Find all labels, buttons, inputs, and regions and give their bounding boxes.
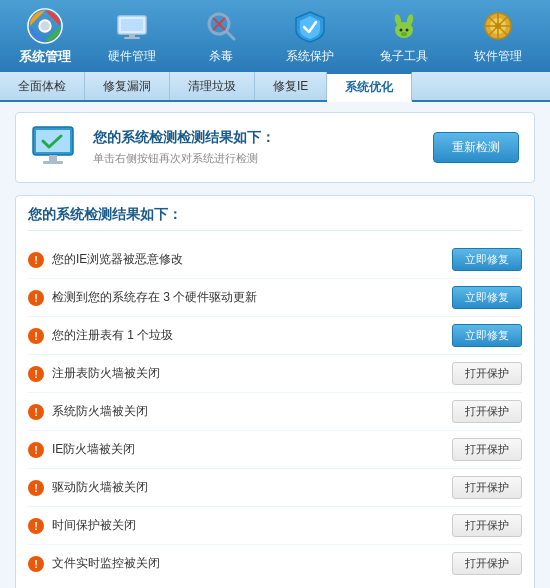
result-row-4: ! 系统防火墙被关闭 打开保护 — [28, 393, 522, 431]
nav-rabbit[interactable]: 兔子工具 — [370, 2, 438, 70]
result-left-5: ! IE防火墙被关闭 — [28, 441, 135, 458]
summary-box: 您的系统检测检测结果如下： 单击右侧按钮再次对系统进行检测 重新检测 — [15, 112, 535, 183]
tab-bar: 全面体检 修复漏洞 清理垃圾 修复IE 系统优化 — [0, 72, 550, 102]
svg-point-15 — [406, 29, 409, 32]
result-left-3: ! 注册表防火墙被关闭 — [28, 365, 160, 382]
tab-full-check[interactable]: 全面体检 — [0, 72, 85, 100]
warning-icon-5: ! — [28, 442, 44, 458]
action-btn-2[interactable]: 立即修复 — [452, 324, 522, 347]
result-row-5: ! IE防火墙被关闭 打开保护 — [28, 431, 522, 469]
result-row: ! 您的IE浏览器被恶意修改 立即修复 — [28, 241, 522, 279]
result-left-2: ! 您的注册表有 1 个垃圾 — [28, 327, 173, 344]
warning-icon-8: ! — [28, 556, 44, 572]
monitor-icon — [31, 125, 81, 170]
result-text-7: 时间保护被关闭 — [52, 517, 136, 534]
svg-rect-5 — [129, 34, 135, 37]
svg-rect-23 — [43, 161, 63, 164]
tab-repair[interactable]: 修复漏洞 — [85, 72, 170, 100]
warning-icon-7: ! — [28, 518, 44, 534]
nav-hardware-label: 硬件管理 — [108, 48, 156, 65]
result-row-6: ! 驱动防火墙被关闭 打开保护 — [28, 469, 522, 507]
result-left-8: ! 文件实时监控被关闭 — [28, 555, 160, 572]
nav-rabbit-label: 兔子工具 — [380, 48, 428, 65]
rabbit-icon — [385, 7, 423, 45]
software-icon — [479, 7, 517, 45]
action-btn-4[interactable]: 打开保护 — [452, 400, 522, 423]
svg-rect-21 — [36, 130, 70, 152]
warning-icon-0: ! — [28, 252, 44, 268]
warning-icon-4: ! — [28, 404, 44, 420]
action-btn-8[interactable]: 打开保护 — [452, 552, 522, 575]
result-text-4: 系统防火墙被关闭 — [52, 403, 148, 420]
logo-label: 系统管理 — [19, 48, 71, 66]
result-row-2: ! 您的注册表有 1 个垃圾 立即修复 — [28, 317, 522, 355]
nav-hardware[interactable]: 硬件管理 — [98, 2, 166, 70]
result-left-4: ! 系统防火墙被关闭 — [28, 403, 148, 420]
nav-software[interactable]: 软件管理 — [464, 2, 532, 70]
result-text-8: 文件实时监控被关闭 — [52, 555, 160, 572]
action-btn-3[interactable]: 打开保护 — [452, 362, 522, 385]
svg-line-8 — [226, 31, 234, 39]
result-row-1: ! 检测到您的系统存在 3 个硬件驱动更新 立即修复 — [28, 279, 522, 317]
svg-point-16 — [401, 32, 407, 36]
svg-rect-6 — [124, 37, 140, 39]
tab-clean[interactable]: 清理垃圾 — [170, 72, 255, 100]
result-text-2: 您的注册表有 1 个垃圾 — [52, 327, 173, 344]
warning-icon-6: ! — [28, 480, 44, 496]
svg-point-19 — [495, 23, 501, 29]
results-section: 您的系统检测结果如下： ! 您的IE浏览器被恶意修改 立即修复 ! 检测到您的系… — [15, 195, 535, 588]
summary-left: 您的系统检测检测结果如下： 单击右侧按钮再次对系统进行检测 — [31, 125, 275, 170]
action-btn-5[interactable]: 打开保护 — [452, 438, 522, 461]
warning-icon-2: ! — [28, 328, 44, 344]
result-text-6: 驱动防火墙被关闭 — [52, 479, 148, 496]
result-row-7: ! 时间保护被关闭 打开保护 — [28, 507, 522, 545]
svg-point-2 — [40, 21, 50, 31]
result-left-0: ! 您的IE浏览器被恶意修改 — [28, 251, 183, 268]
top-navigation: 系统管理 硬件管理 — [0, 0, 550, 72]
svg-rect-22 — [49, 155, 57, 161]
result-row-8: ! 文件实时监控被关闭 打开保护 — [28, 545, 522, 582]
kill-icon — [202, 7, 240, 45]
svg-rect-4 — [121, 19, 143, 31]
rescan-button[interactable]: 重新检测 — [433, 132, 519, 163]
result-left-6: ! 驱动防火墙被关闭 — [28, 479, 148, 496]
app-logo[interactable]: 系统管理 — [5, 7, 85, 66]
results-title: 您的系统检测结果如下： — [28, 206, 522, 231]
protect-icon — [291, 7, 329, 45]
nav-software-label: 软件管理 — [474, 48, 522, 65]
action-btn-1[interactable]: 立即修复 — [452, 286, 522, 309]
hardware-icon — [113, 7, 151, 45]
result-left-1: ! 检测到您的系统存在 3 个硬件驱动更新 — [28, 289, 257, 306]
summary-subtitle: 单击右侧按钮再次对系统进行检测 — [93, 151, 275, 166]
logo-icon — [26, 7, 64, 45]
svg-point-14 — [400, 29, 403, 32]
result-left-7: ! 时间保护被关闭 — [28, 517, 136, 534]
summary-title: 您的系统检测检测结果如下： — [93, 129, 275, 147]
warning-icon-3: ! — [28, 366, 44, 382]
tab-fix-ie[interactable]: 修复IE — [255, 72, 327, 100]
action-btn-7[interactable]: 打开保护 — [452, 514, 522, 537]
tab-optimize[interactable]: 系统优化 — [327, 72, 412, 102]
result-text-5: IE防火墙被关闭 — [52, 441, 135, 458]
action-btn-0[interactable]: 立即修复 — [452, 248, 522, 271]
result-text-1: 检测到您的系统存在 3 个硬件驱动更新 — [52, 289, 257, 306]
result-text-3: 注册表防火墙被关闭 — [52, 365, 160, 382]
action-btn-6[interactable]: 打开保护 — [452, 476, 522, 499]
nav-kill[interactable]: 杀毒 — [192, 2, 250, 70]
nav-kill-label: 杀毒 — [209, 48, 233, 65]
nav-protect-label: 系统保护 — [286, 48, 334, 65]
nav-protect[interactable]: 系统保护 — [276, 2, 344, 70]
nav-items: 硬件管理 杀毒 系统保护 — [85, 2, 545, 70]
result-text-0: 您的IE浏览器被恶意修改 — [52, 251, 183, 268]
summary-text: 您的系统检测检测结果如下： 单击右侧按钮再次对系统进行检测 — [93, 129, 275, 166]
main-content: 您的系统检测检测结果如下： 单击右侧按钮再次对系统进行检测 重新检测 您的系统检… — [0, 102, 550, 588]
warning-icon-1: ! — [28, 290, 44, 306]
result-row-3: ! 注册表防火墙被关闭 打开保护 — [28, 355, 522, 393]
